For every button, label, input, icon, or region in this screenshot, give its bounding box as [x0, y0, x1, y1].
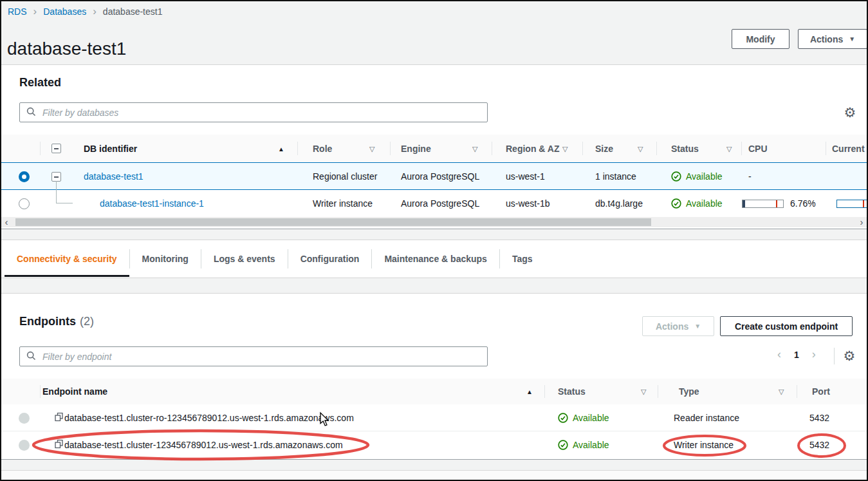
scroll-left-icon[interactable]: ‹	[1, 217, 12, 227]
endpoints-settings-gear-icon[interactable]: ⚙	[840, 346, 859, 366]
breadcrumb-separator-icon: ›	[33, 7, 37, 16]
page-previous-icon[interactable]: ‹	[770, 348, 789, 361]
caret-down-icon: ▼	[849, 36, 855, 42]
modify-button-label: Modify	[746, 34, 775, 44]
cpu-cell: -	[748, 171, 752, 182]
column-header-current[interactable]: Current	[832, 144, 865, 154]
filter-size-icon[interactable]: ▽	[638, 144, 643, 153]
cpu-meter-fill	[743, 200, 745, 207]
related-settings-gear-icon[interactable]: ⚙	[840, 103, 860, 122]
filter-role-icon[interactable]: ▽	[369, 144, 374, 153]
endpoint-type: Writer instance	[674, 440, 734, 450]
role-cell: Writer instance	[313, 198, 373, 209]
column-divider	[390, 142, 391, 155]
copy-icon[interactable]	[55, 412, 63, 423]
related-heading-label: Related	[19, 76, 61, 90]
status-cell: Available	[671, 198, 723, 209]
status-cell: Available	[671, 171, 723, 182]
search-icon	[26, 107, 36, 118]
endpoints-actions-button[interactable]: Actions ▼	[642, 316, 714, 336]
endpoints-actions-label: Actions	[656, 321, 688, 332]
scrollbar-thumb[interactable]	[15, 218, 651, 226]
tab-tags[interactable]: Tags	[500, 240, 545, 277]
tab-connectivity-security[interactable]: Connectivity & security	[5, 240, 129, 277]
status-available-icon	[558, 413, 568, 423]
breadcrumb-current: database-test1	[103, 6, 163, 17]
column-divider	[40, 385, 41, 398]
column-header-status[interactable]: Status	[671, 144, 699, 154]
filter-engine-icon[interactable]: ▽	[472, 144, 477, 153]
column-header-region-az[interactable]: Region & AZ	[506, 144, 559, 154]
column-header-role[interactable]: Role	[313, 144, 332, 154]
endpoints-table-header: Endpoint name ▲ Status ▽ Type ▽ Port	[0, 379, 868, 405]
tab-maintenance-backups[interactable]: Maintenance & backups	[372, 240, 499, 277]
scroll-right-icon[interactable]: ›	[856, 217, 867, 227]
tab-monitoring[interactable]: Monitoring	[130, 240, 201, 277]
db-identifier-link[interactable]: database-test1	[84, 171, 143, 182]
column-header-cpu[interactable]: CPU	[748, 144, 768, 154]
endpoint-filter	[19, 346, 488, 366]
filter-type-icon[interactable]: ▽	[779, 388, 784, 396]
column-header-type[interactable]: Type	[679, 386, 699, 397]
column-divider	[797, 385, 797, 398]
row-radio-selected[interactable]	[19, 171, 30, 182]
breadcrumb-databases-link[interactable]: Databases	[43, 6, 86, 17]
create-custom-endpoint-button[interactable]: Create custom endpoint	[720, 316, 853, 336]
table-row-cluster[interactable]: database-test1 Regional cluster Aurora P…	[0, 162, 868, 190]
column-divider	[658, 385, 658, 398]
cpu-meter	[742, 200, 784, 208]
column-header-status[interactable]: Status	[558, 386, 586, 397]
modify-button[interactable]: Modify	[732, 29, 790, 49]
page-number[interactable]: 1	[789, 350, 804, 360]
engine-cell: Aurora PostgreSQL	[401, 171, 479, 182]
column-divider	[741, 142, 742, 155]
column-header-db-identifier[interactable]: DB identifier	[84, 144, 137, 154]
endpoint-name: database-test1.cluster-ro-123456789012.u…	[64, 413, 354, 423]
tab-logs-events[interactable]: Logs & events	[201, 240, 288, 277]
table-row-instance[interactable]: database-test1-instance-1 Writer instanc…	[0, 190, 868, 217]
filter-status-icon[interactable]: ▽	[726, 144, 732, 153]
column-header-endpoint-name[interactable]: Endpoint name	[42, 386, 107, 397]
endpoint-row-reader[interactable]: database-test1.cluster-ro-123456789012.u…	[0, 404, 868, 431]
endpoint-port: 5432	[809, 413, 829, 423]
db-identifier-link[interactable]: database-test1-instance-1	[100, 198, 204, 209]
cpu-meter-threshold	[776, 200, 777, 207]
filter-region-icon[interactable]: ▽	[562, 144, 568, 153]
breadcrumb-separator-icon: ›	[93, 7, 97, 16]
collapse-all-checkbox[interactable]	[51, 144, 61, 153]
tab-configuration[interactable]: Configuration	[288, 240, 372, 277]
column-divider	[544, 385, 545, 398]
column-header-engine[interactable]: Engine	[401, 144, 431, 154]
size-cell: 1 instance	[595, 171, 636, 182]
horizontal-scrollbar[interactable]: ‹ ›	[0, 217, 868, 227]
page-next-icon[interactable]: ›	[804, 348, 824, 361]
column-header-size[interactable]: Size	[595, 144, 613, 154]
collapse-row-checkbox[interactable]	[51, 172, 61, 182]
tree-connector-horizontal	[56, 203, 73, 203]
related-filter-input[interactable]	[41, 107, 481, 118]
endpoint-filter-input[interactable]	[41, 351, 481, 363]
create-custom-endpoint-label: Create custom endpoint	[735, 321, 838, 332]
row-radio-disabled	[19, 440, 30, 451]
row-radio[interactable]	[19, 198, 30, 209]
related-table-header: DB identifier ▲ Role ▽ Engine ▽ Region &…	[0, 135, 868, 163]
endpoint-row-writer[interactable]: database-test1.cluster-123456789012.us-w…	[0, 431, 868, 458]
sort-ascending-icon[interactable]: ▲	[278, 145, 284, 152]
actions-button[interactable]: Actions ▼	[798, 29, 867, 49]
column-divider	[40, 142, 41, 155]
status-label: Available	[686, 198, 723, 209]
copy-icon[interactable]	[55, 440, 63, 451]
breadcrumb-rds-link[interactable]: RDS	[8, 6, 27, 17]
column-divider	[656, 142, 657, 155]
sort-ascending-icon[interactable]: ▲	[526, 388, 533, 395]
role-cell: Regional cluster	[313, 171, 377, 182]
tab-label: Logs & events	[214, 254, 275, 264]
endpoint-type: Reader instance	[674, 413, 739, 423]
endpoints-count: (2)	[80, 315, 94, 328]
tab-bar: Connectivity & security Monitoring Logs …	[5, 240, 545, 277]
tab-label: Configuration	[300, 254, 360, 264]
actions-button-label: Actions	[810, 34, 843, 44]
filter-status-icon[interactable]: ▽	[641, 388, 646, 396]
region-cell: us-west-1	[506, 171, 545, 182]
column-header-port[interactable]: Port	[812, 386, 830, 397]
